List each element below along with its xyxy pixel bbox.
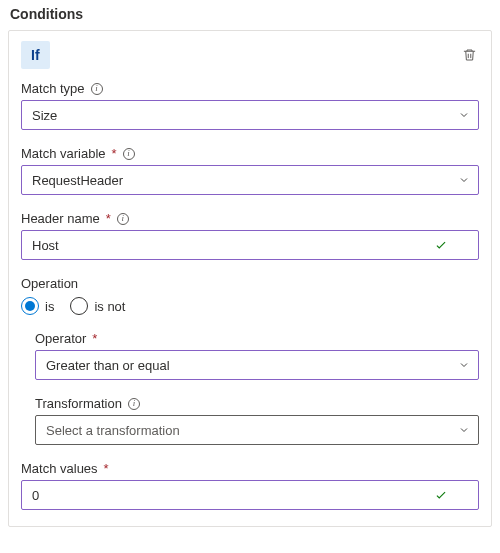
header-name-input[interactable]: Host — [21, 230, 479, 260]
required-asterisk: * — [104, 461, 109, 476]
transformation-label: Transformation — [35, 396, 122, 411]
match-type-value: Size — [32, 108, 57, 123]
required-asterisk: * — [92, 331, 97, 346]
transformation-placeholder: Select a transformation — [46, 423, 180, 438]
section-title: Conditions — [10, 6, 492, 22]
operator-select[interactable]: Greater than or equal — [35, 350, 479, 380]
operator-value: Greater than or equal — [46, 358, 170, 373]
check-icon — [434, 488, 448, 502]
info-icon[interactable]: i — [117, 213, 129, 225]
required-asterisk: * — [106, 211, 111, 226]
match-type-label: Match type — [21, 81, 85, 96]
required-asterisk: * — [112, 146, 117, 161]
match-variable-select[interactable]: RequestHeader — [21, 165, 479, 195]
info-icon[interactable]: i — [123, 148, 135, 160]
match-variable-value: RequestHeader — [32, 173, 123, 188]
trash-icon — [462, 47, 477, 63]
operation-radio-group: is is not — [21, 297, 479, 315]
info-icon[interactable]: i — [128, 398, 140, 410]
match-values-label: Match values — [21, 461, 98, 476]
operation-label: Operation — [21, 276, 78, 291]
chevron-down-icon — [458, 424, 470, 436]
header-name-label: Header name — [21, 211, 100, 226]
operation-is-not-label: is not — [94, 299, 125, 314]
operation-is-radio[interactable]: is — [21, 297, 54, 315]
match-type-select[interactable]: Size — [21, 100, 479, 130]
chevron-down-icon — [458, 174, 470, 186]
chevron-down-icon — [458, 359, 470, 371]
operation-is-not-radio[interactable]: is not — [70, 297, 125, 315]
check-icon — [434, 238, 448, 252]
match-values-input[interactable]: 0 — [21, 480, 479, 510]
delete-button[interactable] — [460, 45, 479, 65]
chevron-down-icon — [458, 109, 470, 121]
info-icon[interactable]: i — [91, 83, 103, 95]
condition-card: If Match type i Size Match variable * i … — [8, 30, 492, 527]
header-name-value: Host — [32, 238, 59, 253]
operator-label: Operator — [35, 331, 86, 346]
match-values-value: 0 — [32, 488, 39, 503]
match-variable-label: Match variable — [21, 146, 106, 161]
operation-is-label: is — [45, 299, 54, 314]
if-pill: If — [21, 41, 50, 69]
transformation-select[interactable]: Select a transformation — [35, 415, 479, 445]
